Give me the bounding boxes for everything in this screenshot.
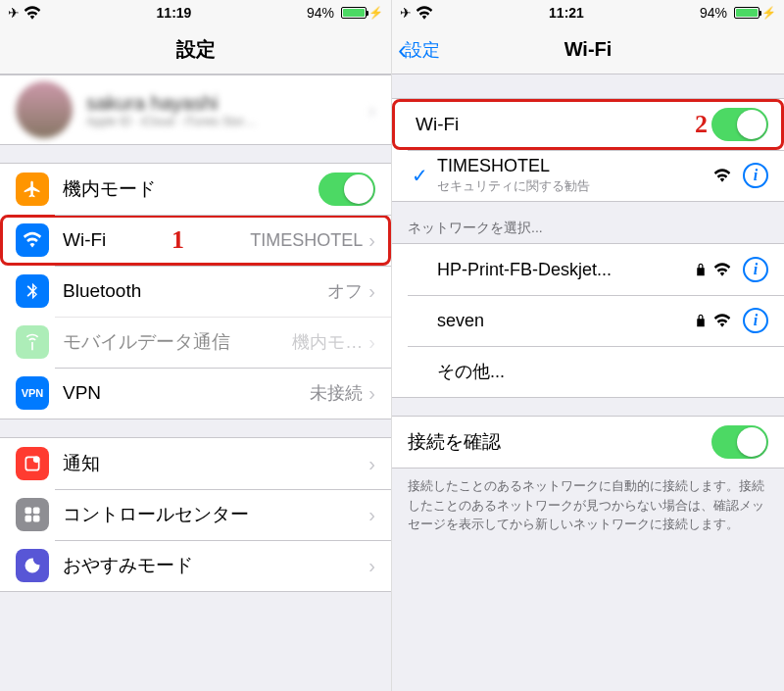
svg-rect-2 <box>25 508 32 515</box>
wifi-screen: ✈ 11:21 94% ⚡ ‹ 設定 Wi-Fi Wi-Fi 2 ✓ TIMES… <box>392 0 784 691</box>
notifications-icon <box>16 447 49 480</box>
status-bar: ✈ 11:19 94% ⚡ <box>0 0 391 25</box>
airplane-toggle[interactable] <box>318 173 375 206</box>
network-ssid: HP-Print-FB-Deskjet... <box>437 260 696 280</box>
chevron-right-icon: › <box>368 229 375 252</box>
connected-network-row[interactable]: ✓ TIMESHOTEL セキュリティに関する勧告 i <box>392 150 784 201</box>
control-center-label: コントロールセンター <box>63 502 368 527</box>
choose-network-header: ネットワークを選択... <box>392 202 784 243</box>
vpn-icon: VPN <box>16 376 49 410</box>
info-button[interactable]: i <box>743 308 768 333</box>
wifi-label: Wi-Fi <box>63 229 250 251</box>
profile-sub: Apple ID · iCloud · iTunes Stor… <box>86 115 368 128</box>
settings-screen: ✈ 11:19 94% ⚡ 設定 sakura hayashi Apple ID… <box>0 0 392 691</box>
chevron-right-icon: › <box>368 453 375 475</box>
network-ssid: seven <box>437 311 696 331</box>
airplane-mode-row[interactable]: 機内モード <box>0 164 391 215</box>
status-time: 11:21 <box>549 5 584 21</box>
wifi-row[interactable]: Wi-Fi 1 TIMESHOTEL › <box>0 215 391 266</box>
chevron-right-icon: › <box>368 280 375 303</box>
wifi-toggle-row[interactable]: Wi-Fi 2 <box>392 99 784 150</box>
connected-ssid: TIMESHOTEL <box>437 156 713 176</box>
status-time: 11:19 <box>157 5 192 21</box>
connected-security-note: セキュリティに関する勧告 <box>437 177 713 195</box>
cellular-icon <box>16 325 49 359</box>
battery-icon: ⚡ <box>338 6 383 20</box>
airplane-icon <box>16 173 49 206</box>
battery-icon: ⚡ <box>731 6 776 20</box>
other-label: その他... <box>437 360 768 383</box>
status-bar: ✈ 11:21 94% ⚡ <box>392 0 784 25</box>
cellular-label: モバイルデータ通信 <box>63 329 292 355</box>
bluetooth-value: オフ <box>327 279 363 303</box>
svg-rect-3 <box>33 508 40 515</box>
vpn-label: VPN <box>63 382 310 404</box>
ask-to-join-label: 接続を確認 <box>408 429 711 455</box>
bluetooth-icon <box>16 274 49 308</box>
moon-icon <box>16 549 49 582</box>
chevron-right-icon: › <box>368 382 375 405</box>
airplane-icon: ✈ <box>400 5 412 21</box>
wifi-value: TIMESHOTEL <box>250 230 363 251</box>
page-title: 設定 <box>176 36 216 63</box>
profile-name: sakura hayashi <box>86 92 368 115</box>
vpn-value: 未接続 <box>310 381 363 405</box>
svg-point-1 <box>33 457 40 464</box>
lock-icon <box>696 314 706 327</box>
wifi-icon <box>24 6 41 20</box>
back-label: 設定 <box>405 38 440 62</box>
avatar <box>16 81 73 138</box>
back-button[interactable]: ‹ 設定 <box>398 36 440 64</box>
chevron-right-icon: › <box>368 331 375 354</box>
annotation-2: 2 <box>695 110 708 139</box>
lock-icon <box>696 263 706 276</box>
nav-bar: 設定 <box>0 25 391 74</box>
network-row[interactable]: HP-Print-FB-Deskjet... i <box>392 244 784 295</box>
nav-bar: ‹ 設定 Wi-Fi <box>392 25 784 74</box>
wifi-toggle[interactable] <box>711 108 768 141</box>
chevron-right-icon: › <box>368 99 375 122</box>
airplane-label: 機内モード <box>63 176 318 202</box>
control-center-icon <box>16 498 49 531</box>
page-title: Wi-Fi <box>564 38 612 61</box>
check-icon: ✓ <box>408 164 431 187</box>
wifi-toggle-label: Wi-Fi <box>416 114 711 135</box>
chevron-right-icon: › <box>368 504 375 526</box>
wifi-icon <box>16 223 49 257</box>
battery-percent: 94% <box>700 5 727 21</box>
wifi-signal-icon <box>713 263 731 276</box>
info-button[interactable]: i <box>743 257 768 282</box>
dnd-row[interactable]: おやすみモード › <box>0 540 391 591</box>
battery-percent: 94% <box>307 5 334 21</box>
other-network-row[interactable]: その他... <box>392 346 784 397</box>
chevron-right-icon: › <box>368 555 375 577</box>
wifi-signal-icon <box>713 169 731 182</box>
dnd-label: おやすみモード <box>63 553 368 578</box>
profile-row[interactable]: sakura hayashi Apple ID · iCloud · iTune… <box>0 75 391 144</box>
cellular-row[interactable]: モバイルデータ通信 機内モ… › <box>0 317 391 368</box>
ask-to-join-footer: 接続したことのあるネットワークに自動的に接続します。接続したことのあるネットワー… <box>392 469 784 546</box>
notifications-label: 通知 <box>63 451 368 476</box>
airplane-icon: ✈ <box>8 5 20 21</box>
wifi-signal-icon <box>713 314 731 327</box>
ask-to-join-row[interactable]: 接続を確認 <box>392 417 784 468</box>
svg-rect-5 <box>33 516 40 522</box>
bluetooth-label: Bluetooth <box>63 280 327 302</box>
vpn-row[interactable]: VPN VPN 未接続 › <box>0 368 391 419</box>
ask-to-join-toggle[interactable] <box>711 425 768 459</box>
notifications-row[interactable]: 通知 › <box>0 438 391 489</box>
bluetooth-row[interactable]: Bluetooth オフ › <box>0 266 391 317</box>
cellular-value: 機内モ… <box>292 330 363 354</box>
wifi-icon <box>416 6 433 20</box>
network-row[interactable]: seven i <box>392 295 784 346</box>
control-center-row[interactable]: コントロールセンター › <box>0 489 391 540</box>
annotation-1: 1 <box>172 225 184 255</box>
svg-rect-4 <box>25 516 32 522</box>
info-button[interactable]: i <box>743 163 768 188</box>
